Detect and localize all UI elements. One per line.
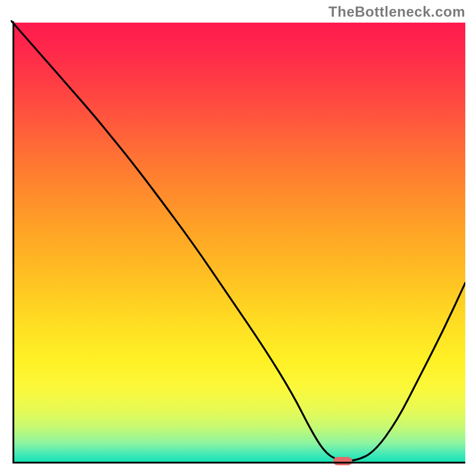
watermark-text: TheBottleneck.com — [328, 4, 465, 20]
plot-area — [11, 20, 465, 465]
chart-container: TheBottleneck.com — [0, 0, 476, 476]
curve-layer — [11, 20, 465, 465]
optimum-marker — [333, 457, 352, 465]
bottleneck-curve — [11, 20, 465, 461]
